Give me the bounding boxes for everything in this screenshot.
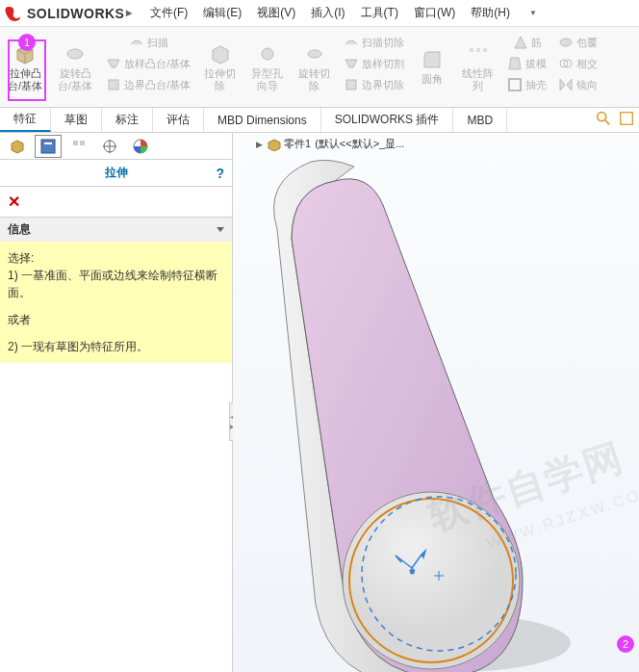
config-icon	[70, 138, 88, 155]
property-manager-panel: 拉伸 ? ✕ 信息 选择: 1) 一基准面、平面或边线来绘制特征横断面。 或者 …	[0, 133, 233, 672]
tab-mbd[interactable]: MBD	[453, 108, 507, 132]
mirror-button[interactable]: 镜向	[554, 75, 601, 94]
info-line-2: 2) 一现有草图为特征所用。	[8, 338, 224, 355]
breadcrumb-part: 零件1	[284, 137, 311, 151]
svg-point-3	[308, 50, 321, 58]
pattern-icon	[467, 42, 490, 65]
panel-title-text: 拉伸	[105, 165, 128, 181]
menu-tools[interactable]: 工具(T)	[353, 5, 406, 21]
tab-evaluate[interactable]: 评估	[153, 108, 204, 132]
svg-rect-5	[470, 48, 473, 52]
linear-pattern-button[interactable]: 线性阵 列	[456, 40, 499, 94]
feature-tree-tab[interactable]	[4, 135, 31, 158]
cube-icon	[9, 138, 26, 155]
config-manager-tab[interactable]	[65, 135, 92, 158]
panel-icon	[39, 138, 57, 155]
dimxpert-tab[interactable]	[96, 135, 123, 158]
ribbon-toolbar: 拉伸凸 台/基体 旋转凸 台/基体 扫描 放样凸台/基体 边界凸台/基体 拉伸切…	[0, 27, 639, 108]
sweep-icon	[129, 35, 144, 50]
loft-icon	[106, 56, 121, 71]
tab-mbd-dimensions[interactable]: MBD Dimensions	[204, 108, 321, 132]
revolve-cut-button[interactable]: 旋转切 除	[293, 40, 336, 94]
display-icon[interactable]	[618, 110, 635, 127]
breadcrumb[interactable]: ▶ 零件1 (默认<<默认>_显...	[256, 137, 404, 151]
info-line-1: 1) 一基准面、平面或边线来绘制特征横断面。	[8, 267, 224, 301]
svg-rect-6	[476, 48, 480, 52]
intersect-button[interactable]: 相交	[554, 54, 601, 73]
tab-feature[interactable]: 特征	[0, 108, 51, 132]
tab-solidworks-plugin[interactable]: SOLIDWORKS 插件	[321, 108, 454, 132]
breadcrumb-arrow-icon: ▶	[256, 140, 263, 149]
property-manager-tab[interactable]	[35, 135, 62, 158]
logo-dropdown-icon[interactable]: ▶	[126, 9, 133, 17]
svg-point-24	[343, 492, 520, 669]
draft-button[interactable]: 拔模	[503, 54, 550, 73]
panel-title-bar: 拉伸 ?	[0, 160, 232, 187]
menu-file[interactable]: 文件(F)	[142, 5, 195, 21]
menu-overflow-icon[interactable]: ▼	[529, 9, 537, 17]
revolve-cut-icon	[303, 42, 326, 65]
rib-icon	[513, 35, 528, 50]
part-icon	[267, 138, 282, 151]
hole-icon	[256, 42, 279, 65]
draft-icon	[507, 56, 523, 71]
marker-2-badge: 2	[617, 635, 634, 653]
intersect-icon	[558, 56, 574, 71]
svg-rect-4	[346, 80, 356, 90]
menu-help[interactable]: 帮助(H)	[463, 5, 518, 21]
revolve-boss-button[interactable]: 旋转凸 台/基体	[52, 40, 98, 94]
loft-button[interactable]: 放样凸台/基体	[102, 54, 194, 73]
appearance-icon	[132, 138, 149, 155]
tab-annotate[interactable]: 标注	[102, 108, 153, 132]
appearance-tab[interactable]	[127, 135, 154, 158]
revolve-label: 旋转凸 台/基体	[58, 67, 92, 92]
wrap-button[interactable]: 包覆	[554, 33, 601, 52]
svg-point-12	[598, 113, 606, 121]
boundary-button[interactable]: 边界凸台/基体	[102, 75, 194, 94]
model-view[interactable]: *	[233, 152, 639, 672]
search-icon[interactable]	[595, 110, 612, 127]
sweep-cut-button[interactable]: 扫描切除	[340, 33, 408, 52]
rib-button[interactable]: 筋	[509, 33, 546, 52]
panel-tab-strip	[0, 133, 232, 160]
info-body: 选择: 1) 一基准面、平面或边线来绘制特征横断面。 或者 2) 一现有草图为特…	[0, 242, 232, 363]
loft-cut-button[interactable]: 放样切割	[340, 54, 408, 73]
extrude-cut-button[interactable]: 拉伸切 除	[198, 40, 242, 94]
select-label: 选择:	[8, 249, 224, 267]
extrude-boss-button[interactable]: 拉伸凸 台/基体	[2, 40, 48, 94]
menu-insert[interactable]: 插入(I)	[303, 5, 352, 21]
tab-sketch[interactable]: 草图	[51, 108, 102, 132]
app-logo: SOLIDWORKS▶	[4, 4, 133, 23]
svg-rect-16	[44, 142, 52, 144]
menu-window[interactable]: 窗口(W)	[406, 5, 463, 21]
extrude-label: 拉伸凸 台/基体	[8, 67, 42, 92]
graphics-viewport[interactable]: ▶ 零件1 (默认<<默认>_显...	[233, 133, 639, 672]
boundary-cut-button[interactable]: 边界切除	[340, 75, 408, 94]
shell-button[interactable]: 抽壳	[503, 75, 550, 94]
target-icon	[101, 138, 118, 155]
loft-cut-icon	[344, 56, 359, 71]
help-icon[interactable]: ?	[216, 166, 224, 181]
solidworks-logo-icon	[4, 4, 23, 23]
fillet-icon	[421, 48, 444, 71]
menu-bar: SOLIDWORKS▶ 文件(F) 编辑(E) 视图(V) 插入(I) 工具(T…	[0, 0, 639, 27]
svg-rect-18	[80, 141, 85, 145]
svg-rect-1	[109, 80, 118, 90]
menu-edit[interactable]: 编辑(E)	[195, 5, 249, 21]
svg-rect-14	[621, 113, 633, 125]
boundary-icon	[106, 77, 121, 92]
svg-point-2	[262, 48, 273, 60]
info-section: 信息 选择: 1) 一基准面、平面或边线来绘制特征横断面。 或者 2) 一现有草…	[0, 217, 232, 363]
panel-actions: ✕	[0, 187, 232, 217]
sweep-button[interactable]: 扫描	[125, 33, 172, 52]
command-tabs: 特征 草图 标注 评估 MBD Dimensions SOLIDWORKS 插件…	[0, 108, 639, 133]
svg-point-9	[560, 39, 572, 46]
info-header[interactable]: 信息	[0, 218, 232, 242]
shell-icon	[507, 77, 523, 92]
logo-text: SOLIDWORKS▶	[27, 6, 133, 21]
fillet-button[interactable]: 圆角	[412, 46, 452, 88]
svg-rect-17	[73, 141, 78, 145]
menu-view[interactable]: 视图(V)	[249, 5, 303, 21]
cancel-button[interactable]: ✕	[8, 194, 20, 210]
hole-wizard-button[interactable]: 异型孔 向导	[245, 40, 289, 94]
